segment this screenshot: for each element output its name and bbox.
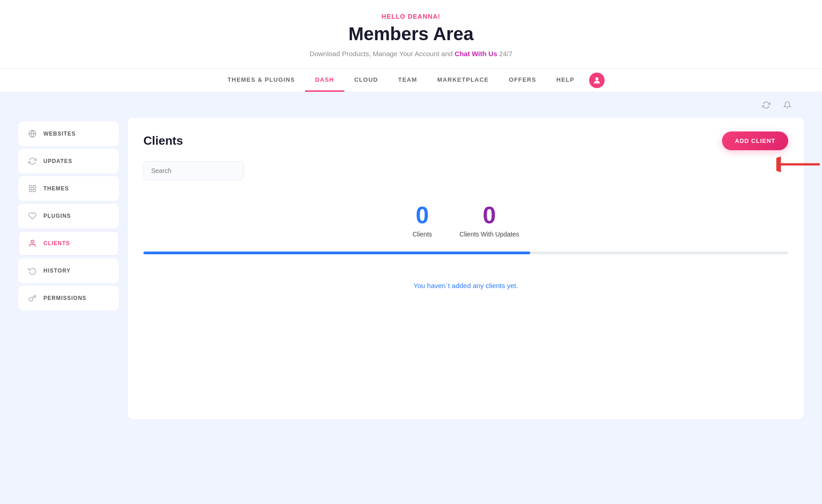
subtitle-text-start: Download Products, Manage Your Account a… [310, 50, 455, 58]
sidebar-label-permissions: PERMISSIONS [43, 295, 86, 301]
subtitle-text-end: 24/7 [499, 50, 512, 58]
stat-clients: 0 Clients [412, 203, 432, 238]
nav-item-help[interactable]: HELP [546, 69, 584, 92]
svg-rect-4 [33, 185, 36, 188]
chat-link[interactable]: Chat With Us [455, 50, 497, 58]
greeting-text: HELLO DEANNA! [0, 13, 822, 20]
content-area: Clients ADD CLIENT 0 Clients 0 Clients W… [128, 118, 804, 419]
svg-point-7 [31, 240, 34, 243]
header-subtitle: Download Products, Manage Your Account a… [0, 50, 822, 58]
sidebar-item-clients[interactable]: CLIENTS [18, 231, 119, 256]
svg-point-0 [595, 77, 598, 80]
search-input[interactable] [143, 161, 244, 180]
sidebar-item-permissions[interactable]: PERMISSIONS [18, 286, 119, 310]
content-header: Clients ADD CLIENT [143, 131, 788, 150]
stat-clients-value: 0 [412, 203, 432, 227]
themes-icon [28, 184, 37, 193]
sidebar: WEBSITES UPDATES THEMES PLUGINS [18, 118, 119, 419]
sidebar-label-themes: THEMES [43, 185, 69, 192]
svg-rect-3 [29, 185, 32, 188]
key-icon [28, 294, 37, 303]
page-header: HELLO DEANNA! Members Area Download Prod… [0, 0, 822, 92]
plugin-icon [28, 211, 37, 220]
refresh-circle-icon [28, 157, 37, 166]
sidebar-item-plugins[interactable]: PLUGINS [18, 204, 119, 228]
sidebar-item-history[interactable]: HISTORY [18, 258, 119, 283]
stat-clients-updates: 0 Clients With Updates [459, 203, 519, 238]
sidebar-label-clients: CLIENTS [43, 240, 70, 247]
svg-rect-6 [33, 189, 36, 192]
nav-item-cloud[interactable]: CLOUD [344, 69, 388, 92]
sidebar-label-plugins: PLUGINS [43, 213, 71, 219]
nav-item-offers[interactable]: OFFERS [499, 69, 546, 92]
sidebar-label-history: HISTORY [43, 268, 71, 274]
sidebar-item-updates[interactable]: UPDATES [18, 149, 119, 173]
bell-icon[interactable] [780, 98, 795, 112]
page-title: Members Area [0, 24, 822, 44]
progress-bar-fill [143, 252, 530, 254]
empty-message: You haven`t added any clients yet. [143, 273, 788, 299]
add-client-button[interactable]: ADD CLIENT [722, 131, 788, 150]
nav-item-themes-plugins[interactable]: THEMES & PLUGINS [217, 69, 305, 92]
toolbar [0, 92, 822, 118]
clients-icon [28, 239, 37, 248]
avatar[interactable] [589, 73, 605, 88]
progress-bar [143, 252, 788, 254]
nav-item-dash[interactable]: DASH [305, 69, 344, 92]
nav-item-marketplace[interactable]: MARKETPLACE [427, 69, 499, 92]
content-title: Clients [143, 134, 183, 148]
stat-clients-updates-label: Clients With Updates [459, 231, 519, 238]
main-layout: WEBSITES UPDATES THEMES PLUGINS [0, 118, 822, 437]
history-icon [28, 266, 37, 275]
globe-icon [28, 129, 37, 138]
refresh-icon[interactable] [759, 98, 774, 112]
nav-item-team[interactable]: TEAM [388, 69, 427, 92]
sidebar-item-websites[interactable]: WEBSITES [18, 121, 119, 146]
stat-clients-updates-value: 0 [459, 203, 519, 227]
main-nav: THEMES & PLUGINS DASH CLOUD TEAM MARKETP… [0, 68, 822, 92]
sidebar-label-updates: UPDATES [43, 158, 72, 164]
sidebar-item-themes[interactable]: THEMES [18, 176, 119, 201]
stat-clients-label: Clients [412, 231, 432, 238]
svg-rect-5 [29, 189, 32, 192]
stats-row: 0 Clients 0 Clients With Updates [143, 194, 788, 252]
sidebar-label-websites: WEBSITES [43, 131, 76, 137]
